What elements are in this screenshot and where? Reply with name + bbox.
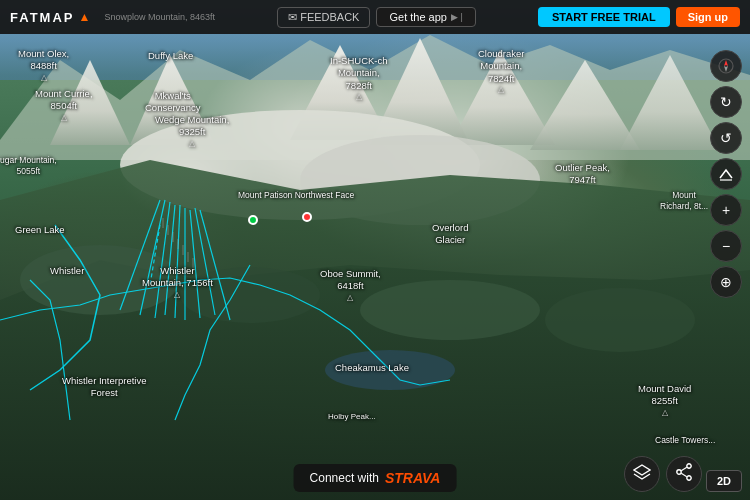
feedback-label: ✉ FEEDBACK xyxy=(288,11,359,24)
feedback-button[interactable]: ✉ FEEDBACK xyxy=(277,7,370,28)
zoom-out-button[interactable]: − xyxy=(710,230,742,262)
start-trial-label: START FREE TRIAL xyxy=(552,11,656,23)
strava-connect-text: Connect with xyxy=(310,471,379,485)
tilt-button[interactable] xyxy=(710,158,742,190)
strava-banner[interactable]: Connect with STRAVA xyxy=(294,464,457,492)
strava-brand: STRAVA xyxy=(385,470,440,486)
logo-text: FATMAP xyxy=(10,10,74,25)
get-app-button[interactable]: Get the app ▶ | xyxy=(376,7,475,27)
snow-label: Snowplow Mountain, 8463ft xyxy=(104,12,215,22)
tilt-icon xyxy=(718,166,734,182)
terrain-svg xyxy=(0,0,750,500)
share-button[interactable] xyxy=(666,456,702,492)
compass-icon xyxy=(718,58,734,74)
logo-icon: ▲ xyxy=(78,10,90,24)
map-container: Mount Olex,8488ft△ Duffy Lake Mount Curr… xyxy=(0,0,750,500)
location-pin-green xyxy=(248,215,258,225)
svg-point-16 xyxy=(545,288,695,352)
start-trial-button[interactable]: START FREE TRIAL xyxy=(538,7,670,27)
view-2d-label: 2D xyxy=(717,475,731,487)
rotate-ccw-icon: ↺ xyxy=(720,130,732,146)
zoom-in-icon: + xyxy=(722,202,730,218)
svg-line-42 xyxy=(681,467,687,471)
svg-point-41 xyxy=(677,470,681,474)
location-button[interactable]: ⊕ xyxy=(710,266,742,298)
layers-button[interactable] xyxy=(624,456,660,492)
rotate-cw-button[interactable]: ↻ xyxy=(710,86,742,118)
signup-label: Sign up xyxy=(688,11,728,23)
svg-point-39 xyxy=(687,464,691,468)
svg-point-14 xyxy=(180,267,320,323)
rotate-cw-icon: ↻ xyxy=(720,94,732,110)
navbar-right: START FREE TRIAL Sign up xyxy=(538,7,740,27)
zoom-out-icon: − xyxy=(722,238,730,254)
svg-marker-36 xyxy=(724,60,728,66)
svg-line-43 xyxy=(681,473,687,477)
logo-area: FATMAP ▲ xyxy=(10,10,90,25)
right-controls: ↻ ↺ + − ⊕ xyxy=(710,50,742,298)
get-app-icons: ▶ | xyxy=(451,12,463,22)
bottom-actions xyxy=(624,456,702,492)
layers-icon xyxy=(633,463,651,485)
signup-button[interactable]: Sign up xyxy=(676,7,740,27)
svg-marker-38 xyxy=(634,465,650,475)
svg-marker-37 xyxy=(724,66,728,72)
get-app-label: Get the app xyxy=(389,11,447,23)
location-icon: ⊕ xyxy=(720,274,732,290)
share-icon xyxy=(676,463,692,485)
compass-button[interactable] xyxy=(710,50,742,82)
navbar-left: FATMAP ▲ Snowplow Mountain, 8463ft xyxy=(10,10,215,25)
location-pin-red xyxy=(302,212,312,222)
svg-point-13 xyxy=(20,245,180,315)
view-2d-button[interactable]: 2D xyxy=(706,470,742,492)
svg-point-15 xyxy=(360,280,540,340)
zoom-in-button[interactable]: + xyxy=(710,194,742,226)
rotate-ccw-button[interactable]: ↺ xyxy=(710,122,742,154)
svg-point-40 xyxy=(687,476,691,480)
navbar-center: ✉ FEEDBACK Get the app ▶ | xyxy=(277,7,476,28)
navbar: FATMAP ▲ Snowplow Mountain, 8463ft ✉ FEE… xyxy=(0,0,750,34)
